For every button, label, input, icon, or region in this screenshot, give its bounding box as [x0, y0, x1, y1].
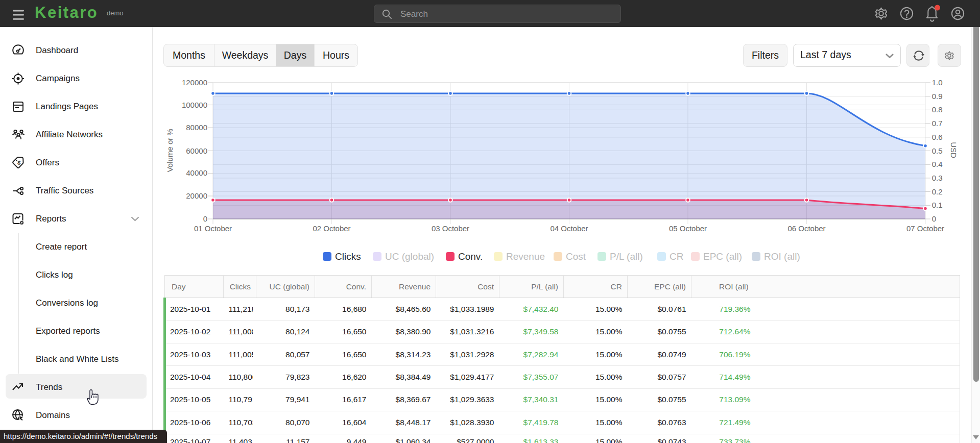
svg-text:0.3: 0.3 [932, 174, 943, 182]
svg-text:02 October: 02 October [313, 224, 350, 233]
svg-text:0.9: 0.9 [932, 92, 943, 101]
svg-text:0.2: 0.2 [932, 187, 943, 196]
svg-text:0.4: 0.4 [932, 160, 943, 168]
svg-text:USD: USD [949, 142, 958, 158]
svg-text:120000: 120000 [182, 78, 207, 87]
svg-text:$: $ [17, 159, 21, 166]
svg-text:0.6: 0.6 [932, 133, 943, 141]
svg-text:07 October: 07 October [906, 224, 944, 233]
svg-text:01 October: 01 October [194, 224, 232, 233]
svg-text:60000: 60000 [186, 146, 207, 155]
svg-text:80000: 80000 [186, 123, 207, 132]
svg-text:0.5: 0.5 [932, 146, 943, 155]
svg-text:04 October: 04 October [550, 224, 588, 233]
svg-text:100000: 100000 [182, 101, 207, 109]
svg-text:0: 0 [932, 214, 936, 223]
svg-text:0: 0 [203, 214, 207, 223]
svg-text:20000: 20000 [186, 191, 207, 200]
svg-text:40000: 40000 [186, 168, 207, 177]
svg-text:0.1: 0.1 [932, 201, 943, 209]
svg-text:1.0: 1.0 [932, 78, 943, 87]
svg-text:06 October: 06 October [787, 224, 825, 233]
svg-text:Volume or %: Volume or % [165, 129, 174, 172]
svg-text:0.8: 0.8 [932, 105, 943, 114]
svg-text:05 October: 05 October [669, 224, 707, 233]
svg-text:0.7: 0.7 [932, 119, 943, 128]
svg-text:03 October: 03 October [432, 224, 469, 233]
